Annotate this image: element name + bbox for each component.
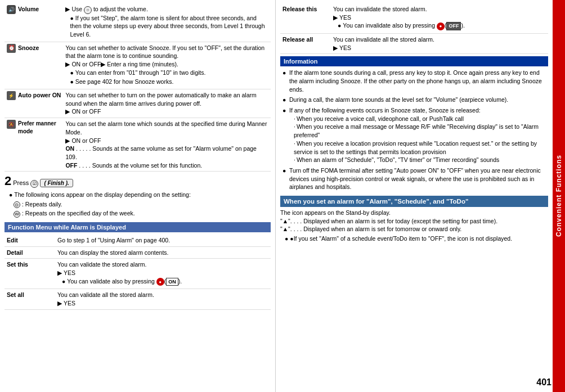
left-column: 🔊 Volume Use ○ to adjust the volume. If …	[0, 0, 276, 392]
snooze-sub-4: When an alarm of "Schedule", "ToDo", "TV…	[294, 156, 548, 164]
step2-section: 2 Press ☑ ( Finish ).	[5, 174, 271, 188]
snooze-sub-bullets: When you receive a voice call, videophon…	[289, 115, 548, 164]
set-this-label: Set this	[5, 259, 55, 289]
icon-daily: D : Repeats daily.	[5, 201, 271, 209]
on-badge: ON	[166, 278, 178, 286]
auto-power-label: Auto power ON	[18, 91, 61, 100]
volume-label: Volume	[18, 5, 39, 13]
snooze-icon: ⏰	[7, 44, 16, 53]
information-bullets: If the alarm tone sounds during a call, …	[280, 69, 548, 191]
step2-circle-button: ☑	[30, 180, 38, 188]
prefer-manner-row: 🔕 Prefer mannermode You can set the alar…	[5, 118, 271, 172]
volume-icon: 🔊	[7, 5, 16, 14]
prefer-manner-icon: 🔕	[7, 120, 16, 129]
detail-label: Detail	[5, 246, 55, 259]
volume-bullet-1: If you set "Step", the alarm tone is sil…	[70, 14, 268, 39]
circle-button: ○	[84, 6, 92, 14]
info-bullet-3: If any of the following events occurs in…	[282, 106, 548, 164]
red-circle-on: ●	[156, 278, 164, 286]
volume-content: Use ○ to adjust the volume. If you set "…	[63, 3, 271, 42]
snooze-row: ⏰ Snooze You can set whether to activate…	[5, 42, 271, 89]
snooze-sub-2: When you receive a mail message or Messa…	[294, 123, 548, 139]
when-line-3: "▲". . . . Displayed when an alarm is se…	[280, 226, 548, 232]
release-all-label: Release all	[280, 33, 331, 53]
snooze-label: Snooze	[18, 44, 39, 52]
info-bullet-4: Turn off the FOMA terminal after setting…	[282, 166, 548, 191]
release-this-label: Release this	[280, 3, 331, 33]
off-badge: OFF	[446, 22, 461, 30]
step2-bullet-1: The following icons appear on the displa…	[9, 191, 271, 199]
set-all-row: Set all You can validate all the stored …	[5, 289, 271, 309]
press-label: Press	[13, 179, 29, 186]
release-this-row: Release this You can invalidate the stor…	[280, 3, 548, 33]
information-header: Information	[280, 56, 548, 66]
function-menu-header: Function Menu while Alarm is Displayed	[5, 222, 271, 232]
function-menu-table: Edit Go to step 1 of "Using Alarm" on pa…	[5, 235, 271, 310]
auto-power-row: ⚡ Auto power ON You can set whether to t…	[5, 89, 271, 118]
when-line-2: "▲". . . . Displayed when an alarm is se…	[280, 218, 548, 224]
edit-label: Edit	[5, 235, 55, 246]
snooze-bullet-1: You can enter from "01" through "10" in …	[70, 69, 268, 77]
step2-bullets: The following icons appear on the displa…	[5, 191, 271, 199]
when-bullets: ●If you set "Alarm" of a schedule event/…	[280, 235, 548, 243]
snooze-sub-3: When you receive a location provision re…	[294, 139, 548, 156]
info-bullet-2: During a call, the alarm tone sounds at …	[282, 96, 548, 104]
release-table: Release this You can invalidate the stor…	[280, 3, 548, 54]
release-this-content: You can invalidate the stored alarm. YES…	[331, 3, 548, 33]
auto-power-content: You can set whether to turn on the power…	[63, 89, 271, 118]
detail-row: Detail You can display the stored alarm …	[5, 246, 271, 259]
volume-row: 🔊 Volume Use ○ to adjust the volume. If …	[5, 3, 271, 42]
info-bullet-1: If the alarm tone sounds during a call, …	[282, 69, 548, 93]
snooze-content: You can set whether to activate Snooze. …	[63, 42, 271, 89]
edit-content: Go to step 1 of "Using Alarm" on page 40…	[55, 235, 271, 246]
auto-power-icon: ⚡	[7, 91, 16, 100]
page-number: 401	[536, 377, 551, 388]
finish-button-label: ( Finish ).	[40, 179, 73, 187]
when-line-1: The icon appears on the Stand-by display…	[280, 209, 548, 216]
prefer-manner-content: You can set the alarm tone which sounds …	[63, 118, 271, 172]
right-column: Release this You can invalidate the stor…	[276, 0, 553, 392]
icon-weekly: W : Repeats on the specified day of the …	[5, 210, 271, 218]
edit-row: Edit Go to step 1 of "Using Alarm" on pa…	[5, 235, 271, 246]
snooze-bullet-2: See page 402 for how Snooze works.	[70, 78, 268, 86]
set-all-content: You can validate all the stored alarm. Y…	[55, 289, 271, 309]
feature-table: 🔊 Volume Use ○ to adjust the volume. If …	[5, 3, 271, 172]
set-this-content: You can validate the stored alarm. YES Y…	[55, 259, 271, 289]
set-this-row: Set this You can validate the stored ala…	[5, 259, 271, 289]
release-all-content: You can invalidate all the stored alarm.…	[331, 33, 548, 53]
when-bullet-1: ●If you set "Alarm" of a schedule event/…	[285, 235, 548, 243]
detail-content: You can display the stored alarm content…	[55, 246, 271, 259]
step-number: 2	[5, 174, 11, 188]
prefer-manner-label: Prefer mannermode	[18, 120, 56, 136]
side-tab: Convenient Functions	[553, 0, 565, 392]
weekly-icon: W	[14, 211, 20, 218]
snooze-sub-1: When you receive a voice call, videophon…	[294, 115, 548, 123]
daily-icon: D	[14, 201, 20, 208]
red-circle-off: ●	[437, 22, 445, 30]
set-all-label: Set all	[5, 289, 55, 309]
when-section-header: When you set an alarm for "Alarm", "Sche…	[280, 196, 548, 207]
release-all-row: Release all You can invalidate all the s…	[280, 33, 548, 53]
